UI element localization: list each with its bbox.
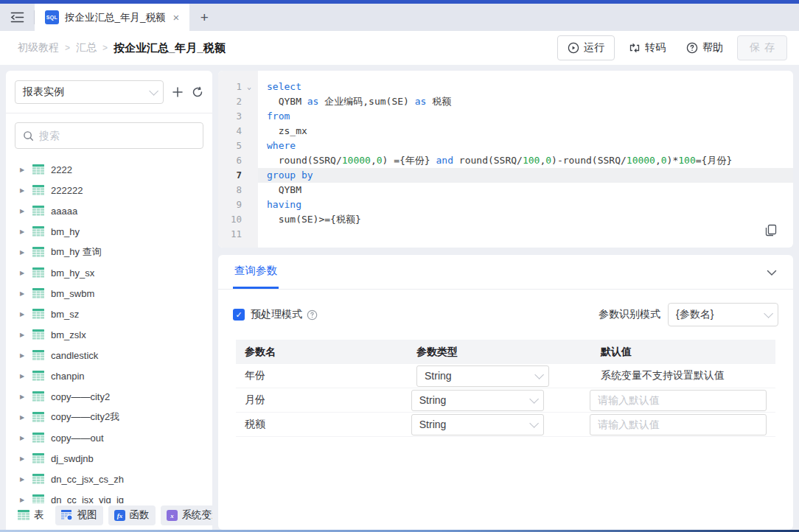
- tree-item[interactable]: ▶bm_hy_sx: [6, 262, 212, 283]
- tree-item[interactable]: ▶222222: [6, 180, 212, 200]
- breadcrumb-item[interactable]: 汇总: [76, 41, 97, 55]
- param-default-cell: 系统变量不支持设置默认值: [601, 369, 767, 382]
- close-tab-icon[interactable]: ×: [172, 10, 181, 24]
- instance-type-select[interactable]: 报表实例: [15, 80, 164, 104]
- line-number: 11: [218, 227, 242, 242]
- code-line[interactable]: 11: [218, 227, 793, 242]
- param-type-cell: String: [416, 365, 601, 387]
- tree-item[interactable]: ▶dn_cc_jsx_cs_zh: [6, 469, 212, 489]
- function-icon: fx: [114, 510, 125, 521]
- code-line[interactable]: 7group by: [218, 168, 793, 183]
- preprocess-checkbox[interactable]: ✓: [233, 309, 245, 321]
- caret-right-icon[interactable]: ▶: [20, 435, 26, 441]
- sidebar-tab-variable[interactable]: x系统变量: [161, 505, 213, 525]
- caret-right-icon[interactable]: ▶: [20, 497, 26, 503]
- sidebar-tab-view[interactable]: 视图: [55, 505, 103, 525]
- run-button[interactable]: 运行: [557, 35, 615, 60]
- code-line[interactable]: 3from: [218, 109, 793, 124]
- caret-right-icon[interactable]: ▶: [20, 476, 26, 483]
- caret-right-icon[interactable]: ▶: [20, 311, 26, 318]
- code-line[interactable]: 10 sum(SE)>={税额}: [218, 212, 793, 227]
- code-line[interactable]: 1⌄select: [218, 80, 793, 94]
- tree-item[interactable]: ▶candlestick: [6, 345, 212, 365]
- transcode-button[interactable]: 转码: [622, 35, 672, 60]
- table-icon: [32, 226, 44, 237]
- caret-right-icon[interactable]: ▶: [20, 228, 26, 235]
- code-line[interactable]: 9having: [218, 197, 793, 212]
- caret-right-icon[interactable]: ▶: [20, 167, 26, 173]
- caret-right-icon[interactable]: ▶: [20, 332, 26, 338]
- tree-item[interactable]: ▶aaaaa: [6, 200, 212, 221]
- question-circle-icon: [686, 42, 698, 54]
- tree-item[interactable]: ▶bm_sz: [6, 304, 212, 324]
- code-text: sum(SE)>={税额}: [218, 212, 793, 227]
- param-mode-select[interactable]: {参数名}: [668, 303, 778, 326]
- fold-chevron-icon[interactable]: ⌄: [247, 80, 251, 94]
- save-button[interactable]: 保存: [737, 35, 787, 60]
- help-button[interactable]: 帮助: [680, 35, 730, 60]
- sidebar-tab-label: 表: [34, 508, 44, 522]
- tree-item[interactable]: ▶bm_zslx: [6, 324, 212, 345]
- sidebar-tab-function[interactable]: fx函数: [108, 505, 156, 525]
- code-line[interactable]: 6 round(SSRQ/10000,0) ={年份} and round(SS…: [218, 153, 793, 168]
- collapse-sidebar-icon[interactable]: [0, 4, 34, 31]
- code-text: from: [218, 109, 793, 124]
- table-icon: [32, 371, 44, 381]
- sql-editor[interactable]: 1⌄select2 QYBM as 企业编码,sum(SE) as 税额3fro…: [218, 71, 793, 248]
- tree-item[interactable]: ▶bm_hy 查询: [6, 242, 212, 262]
- play-circle-icon: [568, 42, 579, 54]
- caret-right-icon[interactable]: ▶: [20, 393, 26, 400]
- tree-item[interactable]: ▶chanpin: [6, 365, 212, 386]
- caret-right-icon[interactable]: ▶: [20, 208, 26, 214]
- tree-item[interactable]: ▶copy——out: [6, 427, 212, 448]
- tree-item[interactable]: ▶2222: [6, 159, 212, 180]
- caret-right-icon[interactable]: ▶: [20, 270, 26, 276]
- copy-icon[interactable]: [765, 224, 777, 239]
- tree-item[interactable]: ▶bm_swbm: [6, 283, 212, 304]
- param-type-select[interactable]: String: [411, 414, 544, 435]
- question-circle-icon[interactable]: [307, 309, 318, 321]
- default-value-input[interactable]: [590, 414, 767, 435]
- code-line[interactable]: 5where: [218, 139, 793, 153]
- tab-current[interactable]: SQL 按企业汇总_年月_税额 ×: [35, 4, 189, 31]
- caret-right-icon[interactable]: ▶: [20, 373, 26, 379]
- tree-item[interactable]: ▶copy——city2我: [6, 407, 212, 427]
- tree-item[interactable]: ▶bm_hy: [6, 221, 212, 242]
- add-instance-icon[interactable]: [172, 86, 184, 98]
- code-area[interactable]: 1⌄select2 QYBM as 企业编码,sum(SE) as 税额3fro…: [218, 71, 793, 242]
- tab-query-params[interactable]: 查询参数: [233, 264, 279, 289]
- sidebar-tab-table[interactable]: 表: [12, 505, 50, 525]
- breadcrumb: 初级教程 > 汇总 > 按企业汇总_年月_税额: [18, 41, 557, 55]
- tree-item[interactable]: ▶dj_swdjnb: [6, 448, 212, 469]
- collapse-panel-chevron-icon[interactable]: [767, 267, 777, 279]
- param-default-cell: [590, 414, 767, 435]
- breadcrumb-item[interactable]: 初级教程: [18, 41, 59, 55]
- chevron-down-icon: [534, 370, 544, 379]
- search-input[interactable]: [39, 130, 195, 141]
- param-type-value: String: [419, 394, 447, 406]
- refresh-icon[interactable]: [192, 86, 203, 98]
- params-table-body: 年份String系统变量不支持设置默认值月份String税额String: [236, 364, 775, 437]
- default-value-input[interactable]: [590, 390, 767, 411]
- add-tab-button[interactable]: +: [189, 4, 219, 31]
- param-type-select[interactable]: String: [411, 390, 544, 411]
- tree-item-label: bm_sz: [51, 309, 79, 320]
- caret-right-icon[interactable]: ▶: [20, 249, 26, 256]
- param-type-select[interactable]: String: [416, 365, 549, 387]
- code-line[interactable]: 8 QYBM: [218, 183, 793, 197]
- param-row: 月份String: [236, 388, 775, 413]
- code-text: select: [218, 80, 793, 94]
- param-name: 月份: [245, 393, 411, 407]
- code-line[interactable]: 2 QYBM as 企业编码,sum(SE) as 税额: [218, 94, 793, 109]
- caret-right-icon[interactable]: ▶: [20, 290, 26, 297]
- tree-item[interactable]: ▶copy——city2: [6, 386, 212, 407]
- caret-right-icon[interactable]: ▶: [20, 455, 26, 462]
- caret-right-icon[interactable]: ▶: [20, 414, 26, 421]
- table-icon: [32, 412, 44, 422]
- caret-right-icon[interactable]: ▶: [20, 352, 26, 359]
- default-not-supported-text: 系统变量不支持设置默认值: [601, 369, 725, 381]
- code-text: group by: [218, 168, 793, 183]
- caret-right-icon[interactable]: ▶: [20, 187, 26, 194]
- instance-type-value: 报表实例: [23, 85, 64, 99]
- code-line[interactable]: 4 zs_mx: [218, 124, 793, 139]
